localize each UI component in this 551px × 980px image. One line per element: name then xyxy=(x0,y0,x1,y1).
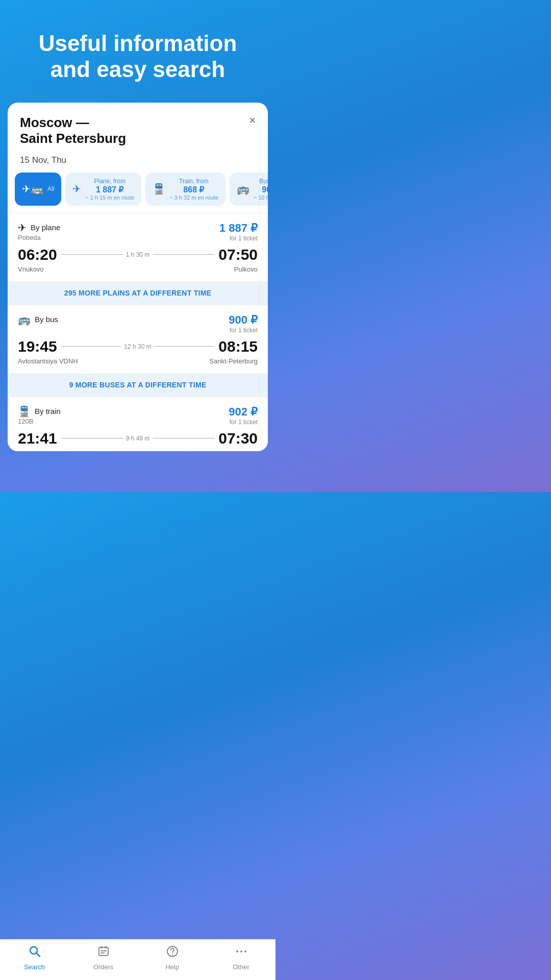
more-planes-text: 295 MORE PLAINS AT A DIFFERENT TIME xyxy=(64,289,212,297)
more-planes-section[interactable]: 295 MORE PLAINS AT A DIFFERENT TIME xyxy=(8,281,268,305)
card-header: Moscow — Saint Petersburg × xyxy=(8,103,268,152)
tab-train[interactable]: 🚆 Train, from 868 ₽ ~ 3 h 32 m en route xyxy=(145,173,226,206)
train-price-block: 902 ₽ for 1 ticket xyxy=(229,405,258,426)
tab-train-label: Train, from xyxy=(169,178,218,185)
close-button[interactable]: × xyxy=(249,115,256,126)
route-title: Moscow — Saint Petersburg xyxy=(20,115,126,146)
plane-times: 06:20 1 h 30 m 07:50 xyxy=(18,246,258,263)
more-buses-text: 9 MORE BUSES AT A DIFFERENT TIME xyxy=(69,381,206,389)
bus-arrive-time: 08:15 xyxy=(218,338,258,355)
train-times: 21:41 9 h 49 m 07:30 xyxy=(18,430,258,447)
train-tab-icon: 🚆 xyxy=(153,183,165,195)
bus-tab-icon: 🚌 xyxy=(237,183,249,195)
bus-type-label: By bus xyxy=(35,315,58,324)
plane-per-ticket: for 1 ticket xyxy=(219,235,258,242)
plane-result-item: ✈ By plane Pobeda 1 887 ₽ for 1 ticket 0… xyxy=(8,213,268,281)
tab-plane-label: Plane, from xyxy=(85,178,134,185)
bus-price: 900 ₽ xyxy=(229,313,258,327)
bus-per-ticket: for 1 ticket xyxy=(229,327,258,334)
bottom-spacer xyxy=(0,451,276,492)
train-carrier: 120B xyxy=(18,418,61,425)
tab-bus-duration: ~ 10 h en route xyxy=(254,194,268,201)
train-type-label: By train xyxy=(35,407,61,415)
plane-price: 1 887 ₽ xyxy=(219,222,258,235)
more-buses-section[interactable]: 9 MORE BUSES AT A DIFFERENT TIME xyxy=(8,373,268,397)
tab-plane-duration: ~ 1 h 15 m en route xyxy=(85,194,134,201)
bus-duration: 12 h 30 m xyxy=(121,343,154,350)
train-result-top: 🚆 By train 120B 902 ₽ for 1 ticket xyxy=(18,405,258,426)
travel-date: 15 Nov, Thu xyxy=(8,152,268,173)
plane-price-block: 1 887 ₽ for 1 ticket xyxy=(219,222,258,242)
plane-stations: Vnukovo Pulkovo xyxy=(18,265,258,273)
transport-tabs: ✈🚌 All ✈ Plane, from 1 887 ₽ ~ 1 h 15 m … xyxy=(8,173,268,213)
tab-bus-price: 900 ₽ xyxy=(254,185,268,194)
train-type-info: 🚆 By train 120B xyxy=(18,405,61,425)
tab-train-duration: ~ 3 h 32 m en route xyxy=(169,194,218,201)
plane-tab-icon: ✈ xyxy=(72,183,81,195)
tab-all[interactable]: ✈🚌 All xyxy=(15,173,61,206)
train-result-item: 🚆 By train 120B 902 ₽ for 1 ticket 21:41… xyxy=(8,397,268,451)
train-depart-time: 21:41 xyxy=(18,430,57,447)
plane-station-to: Pulkovo xyxy=(234,265,258,273)
bus-price-block: 900 ₽ for 1 ticket xyxy=(229,313,258,334)
bus-times: 19:45 12 h 30 m 08:15 xyxy=(18,338,258,355)
train-duration: 9 h 49 m xyxy=(123,435,153,442)
hero-section: Useful information and easy search xyxy=(0,0,276,97)
plane-type-label: By plane xyxy=(31,223,60,232)
plane-type-info: ✈ By plane Pobeda xyxy=(18,222,60,241)
plane-station-from: Vnukovo xyxy=(18,265,44,273)
tab-all-label: All xyxy=(47,185,54,192)
tab-bus-label: Bus, from xyxy=(254,178,268,185)
all-icon: ✈🚌 xyxy=(22,183,43,195)
time-line-left xyxy=(61,254,123,255)
plane-duration: 1 h 30 m xyxy=(123,251,153,258)
tab-plane[interactable]: ✈ Plane, from 1 887 ₽ ~ 1 h 15 m en rout… xyxy=(65,173,141,206)
search-results-card: Moscow — Saint Petersburg × 15 Nov, Thu … xyxy=(8,103,268,451)
route-to: Saint Petersburg xyxy=(20,131,126,146)
plane-carrier: Pobeda xyxy=(18,234,60,241)
bus-depart-time: 19:45 xyxy=(18,338,57,355)
train-result-icon: 🚆 xyxy=(18,405,31,418)
plane-arrive-time: 07:50 xyxy=(218,246,258,263)
bus-type-info: 🚌 By bus xyxy=(18,313,58,326)
bus-result-top: 🚌 By bus 900 ₽ for 1 ticket xyxy=(18,313,258,334)
hero-title: Useful information and easy search xyxy=(20,31,255,82)
bus-stations: Avtostantsiya VDNH Sankt-Peterburg xyxy=(18,357,258,365)
bus-station-from: Avtostantsiya VDNH xyxy=(18,357,78,365)
bus-result-icon: 🚌 xyxy=(18,313,31,326)
tab-train-price: 868 ₽ xyxy=(169,185,218,194)
train-per-ticket: for 1 ticket xyxy=(229,419,258,426)
tab-plane-price: 1 887 ₽ xyxy=(85,185,134,194)
train-arrive-time: 07:30 xyxy=(218,430,258,447)
plane-result-top: ✈ By plane Pobeda 1 887 ₽ for 1 ticket xyxy=(18,222,258,242)
plane-result-icon: ✈ xyxy=(18,222,27,234)
time-line-right xyxy=(153,254,214,255)
train-price: 902 ₽ xyxy=(229,405,258,419)
plane-depart-time: 06:20 xyxy=(18,246,57,263)
tab-bus[interactable]: 🚌 Bus, from 900 ₽ ~ 10 h en route xyxy=(230,173,268,206)
route-from: Moscow — xyxy=(20,115,126,131)
bus-result-item: 🚌 By bus 900 ₽ for 1 ticket 19:45 12 h 3… xyxy=(8,305,268,373)
bus-station-to: Sankt-Peterburg xyxy=(209,357,258,365)
